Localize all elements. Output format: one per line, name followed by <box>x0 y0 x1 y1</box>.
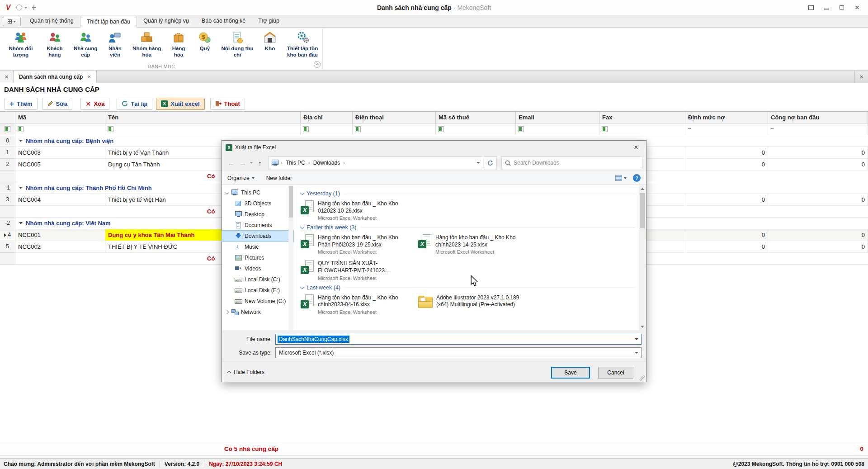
file-list-scrollbar[interactable] <box>639 185 646 330</box>
file-item[interactable]: Hàng tồn kho ban đầu _ Kho Kho Phân Phối… <box>301 234 415 255</box>
ribbon-item-quy[interactable]: $ Quỹ <box>193 30 217 52</box>
doc-tab-danh-sach-nha-cung-cap[interactable]: Danh sách nhà cung cấp × <box>14 71 97 83</box>
sidebar-item-local-disk-e[interactable]: Local Disk (E:) <box>222 285 293 296</box>
close-tab-icon[interactable]: × <box>87 73 91 80</box>
search-input[interactable]: Search Downloads <box>501 156 642 169</box>
chevron-down-icon[interactable] <box>24 7 28 9</box>
column-header-dia-chi[interactable]: Địa chỉ <box>301 112 353 123</box>
address-bar[interactable]: › This PC › Downloads › <box>268 156 483 169</box>
scrollbar-thumb[interactable] <box>640 193 645 228</box>
save-button[interactable]: Save <box>551 367 590 379</box>
chevron-collapsed-icon[interactable] <box>225 310 229 314</box>
fullscreen-button[interactable] <box>804 2 818 13</box>
file-item[interactable]: Hàng tồn kho ban đầu _ Kho Kho chính2023… <box>301 294 415 315</box>
sidebar-item-downloads[interactable]: Downloads <box>222 231 293 242</box>
help-icon[interactable]: ? <box>633 174 641 182</box>
column-header-fax[interactable]: Fax <box>599 112 685 123</box>
sidebar-item-this-pc[interactable]: This PC <box>222 187 293 198</box>
sidebar-item-desktop[interactable]: Desktop <box>222 209 293 220</box>
chevron-down-icon[interactable] <box>632 348 641 358</box>
close-all-tabs-button[interactable]: × <box>0 71 14 83</box>
file-name-input[interactable]: DanhSachNhaCungCap.xlsx <box>275 334 642 345</box>
filter-cong-no[interactable]: = <box>768 123 868 135</box>
back-button[interactable]: ← <box>226 157 236 169</box>
column-header-ten[interactable]: Tên <box>105 112 301 123</box>
organize-menu[interactable]: Organize <box>227 175 255 181</box>
ribbon-item-hang-hoa[interactable]: Hàng hóa <box>167 30 190 58</box>
export-excel-button[interactable]: Xuất excel <box>156 98 204 110</box>
chevron-expanded-icon[interactable] <box>225 191 229 194</box>
tab-quan-tri-he-thong[interactable]: Quản trị hệ thống <box>24 15 80 27</box>
sidebar-item-music[interactable]: Music <box>222 242 293 252</box>
delete-button[interactable]: ✕Xóa <box>80 98 109 110</box>
ribbon-item-noi-dung-thu-chi[interactable]: Nội dung thu chi <box>219 30 255 58</box>
chevron-down-icon[interactable] <box>632 334 641 344</box>
ribbon-item-thiet-lap-ton-kho[interactable]: Thiết lập tồn kho ban đầu <box>284 30 321 58</box>
ribbon-item-khach-hang[interactable]: Khách hàng <box>42 30 68 58</box>
filter-dien-thoai[interactable] <box>353 123 436 135</box>
quick-access-icon[interactable] <box>16 5 22 10</box>
save-as-type-select[interactable]: Microsoft Excel (*.xlsx) <box>275 347 642 358</box>
scroll-up-icon[interactable] <box>639 185 646 192</box>
view-options-button[interactable] <box>615 175 627 181</box>
file-item[interactable]: Hàng tồn kho ban đầu _ Kho Kho chính2023… <box>418 234 532 255</box>
sidebar-item-local-disk-c[interactable]: Local Disk (C:) <box>222 274 293 285</box>
scroll-down-icon[interactable] <box>639 323 646 330</box>
sidebar-item-new-volume-g[interactable]: New Volume (G:) <box>222 296 293 307</box>
column-header-cong-no[interactable]: Công nợ ban đầu <box>768 112 868 123</box>
column-header-email[interactable]: Email <box>516 112 599 123</box>
sidebar-item-videos[interactable]: Videos <box>222 263 293 274</box>
file-group-header[interactable]: Last week (4) <box>301 284 635 291</box>
file-item[interactable]: QUY TRÌNH SẢN XUẤT-FLOWCHART-PMT-241023.… <box>301 260 415 280</box>
filter-fax[interactable] <box>599 123 685 135</box>
filter-ma[interactable] <box>15 123 105 135</box>
close-button[interactable]: × <box>850 2 864 13</box>
file-group-header[interactable]: Earlier this week (3) <box>301 224 635 231</box>
ribbon-item-nhom-hang-hoa[interactable]: Nhóm hàng hóa <box>129 30 164 58</box>
sidebar-item-network[interactable]: Network <box>222 307 293 317</box>
resize-grip[interactable] <box>640 375 645 381</box>
column-header-dinh-muc-no[interactable]: Định mức nợ <box>685 112 768 123</box>
maximize-button[interactable] <box>835 2 849 13</box>
filter-ma-so-thue[interactable] <box>436 123 516 135</box>
tab-tro-giup[interactable]: Trợ giúp <box>252 15 286 27</box>
forward-button[interactable]: → <box>237 157 248 169</box>
ribbon-item-kho[interactable]: Kho <box>258 30 282 52</box>
up-button[interactable]: ↑ <box>255 157 265 169</box>
ribbon-collapse-button[interactable] <box>314 61 321 68</box>
sidebar-item-pictures[interactable]: Pictures <box>222 252 293 263</box>
ribbon-item-nhan-vien[interactable]: Nhân viên <box>103 30 127 58</box>
ribbon-item-nha-cung-cap[interactable]: Nhà cung cấp <box>71 30 100 58</box>
filter-ten[interactable] <box>105 123 301 135</box>
collapse-icon[interactable] <box>19 140 23 142</box>
reload-button[interactable]: Tải lại <box>117 98 152 110</box>
column-header-ma-so-thue[interactable]: Mã số thuế <box>436 112 516 123</box>
history-chevron-icon[interactable] <box>250 162 253 164</box>
dialog-close-button[interactable]: × <box>626 141 646 154</box>
edit-button[interactable]: Sửa <box>42 98 72 110</box>
tree-scrollbar[interactable] <box>288 185 293 330</box>
sidebar-item-3d-objects[interactable]: 3D Objects <box>222 198 293 209</box>
app-menu-button[interactable] <box>3 17 21 26</box>
column-header-dien-thoai[interactable]: Điện thoại <box>353 112 436 123</box>
address-dropdown-icon[interactable] <box>476 162 480 164</box>
exit-button[interactable]: Thoát <box>210 98 245 110</box>
breadcrumb-this-pc[interactable]: This PC <box>285 160 306 166</box>
new-folder-button[interactable]: New folder <box>266 175 292 181</box>
collapse-icon[interactable] <box>19 187 23 189</box>
refresh-button[interactable] <box>484 156 497 169</box>
cancel-button[interactable]: Cancel <box>598 367 633 379</box>
close-strip-button[interactable]: × <box>854 71 868 83</box>
ribbon-item-nhom-doi-tuong[interactable]: Nhóm đối tượng <box>3 30 39 58</box>
tab-thiet-lap-ban-dau[interactable]: Thiết lập ban đầu <box>80 16 137 28</box>
folder-item[interactable]: Adobe Illustrator 2023 v27.1.0.189 (x64)… <box>418 294 532 315</box>
filter-email[interactable] <box>516 123 599 135</box>
minimize-button[interactable] <box>819 2 834 13</box>
column-header-ma[interactable]: Mã <box>15 112 105 123</box>
tab-quan-ly-nghiep-vu[interactable]: Quản lý nghiệp vụ <box>137 15 195 27</box>
filter-dia-chi[interactable] <box>301 123 353 135</box>
add-button[interactable]: +Thêm <box>5 98 38 110</box>
pin-icon[interactable] <box>32 7 36 8</box>
sidebar-item-documents[interactable]: Documents <box>222 220 293 231</box>
file-item[interactable]: Hàng tồn kho ban đầu _ Kho Kho 012023-10… <box>301 200 415 221</box>
